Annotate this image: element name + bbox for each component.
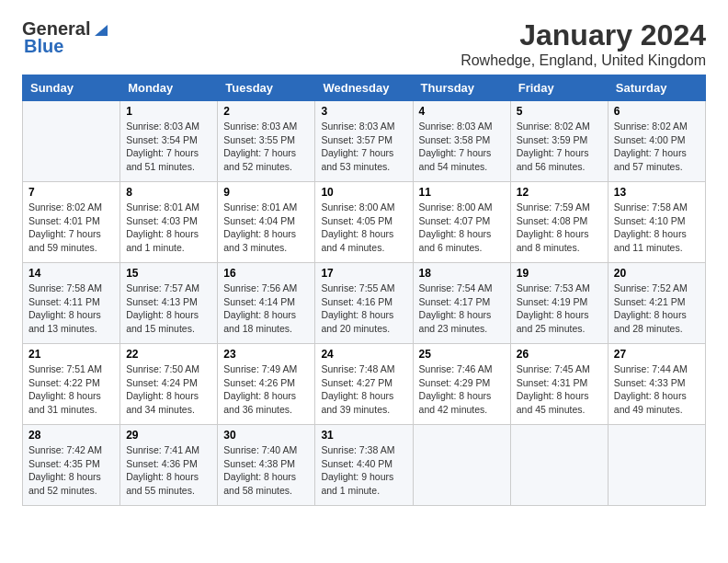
day-number: 24 xyxy=(321,348,406,361)
day-info: Sunrise: 7:42 AMSunset: 4:35 PMDaylight:… xyxy=(28,443,114,498)
col-saturday: Saturday xyxy=(608,75,705,101)
calendar-cell: 19Sunrise: 7:53 AMSunset: 4:19 PMDayligh… xyxy=(510,263,608,344)
calendar-week-5: 28Sunrise: 7:42 AMSunset: 4:35 PMDayligh… xyxy=(23,425,706,506)
calendar-cell: 3Sunrise: 8:03 AMSunset: 3:57 PMDaylight… xyxy=(315,101,413,182)
day-info: Sunrise: 7:58 AMSunset: 4:11 PMDaylight:… xyxy=(28,282,114,336)
day-info: Sunrise: 8:02 AMSunset: 4:01 PMDaylight:… xyxy=(28,201,114,255)
calendar-cell: 7Sunrise: 8:02 AMSunset: 4:01 PMDaylight… xyxy=(23,182,120,263)
day-number: 31 xyxy=(321,429,406,442)
calendar-cell: 23Sunrise: 7:49 AMSunset: 4:26 PMDayligh… xyxy=(218,344,315,425)
calendar-cell: 12Sunrise: 7:59 AMSunset: 4:08 PMDayligh… xyxy=(510,182,608,263)
calendar-cell: 25Sunrise: 7:46 AMSunset: 4:29 PMDayligh… xyxy=(413,344,510,425)
day-info: Sunrise: 7:51 AMSunset: 4:22 PMDaylight:… xyxy=(28,362,114,417)
calendar-cell: 14Sunrise: 7:58 AMSunset: 4:11 PMDayligh… xyxy=(23,263,120,344)
day-number: 27 xyxy=(614,348,700,361)
day-number: 8 xyxy=(126,186,211,199)
day-info: Sunrise: 7:40 AMSunset: 4:38 PMDaylight:… xyxy=(223,443,309,498)
day-number: 11 xyxy=(419,186,505,199)
day-info: Sunrise: 7:58 AMSunset: 4:10 PMDaylight:… xyxy=(614,201,700,255)
logo: General Blue xyxy=(22,18,108,57)
day-number: 13 xyxy=(614,186,700,199)
day-info: Sunrise: 7:49 AMSunset: 4:26 PMDaylight:… xyxy=(223,362,309,417)
day-info: Sunrise: 8:03 AMSunset: 3:55 PMDaylight:… xyxy=(223,120,309,174)
calendar-cell xyxy=(23,101,120,182)
calendar-cell: 17Sunrise: 7:55 AMSunset: 4:16 PMDayligh… xyxy=(315,263,413,344)
calendar-table: Sunday Monday Tuesday Wednesday Thursday… xyxy=(22,75,706,506)
calendar-cell xyxy=(608,425,705,506)
location: Rowhedge, England, United Kingdom xyxy=(461,52,706,69)
calendar-cell: 21Sunrise: 7:51 AMSunset: 4:22 PMDayligh… xyxy=(23,344,120,425)
title-block: January 2024 Rowhedge, England, United K… xyxy=(461,18,706,69)
calendar-cell: 24Sunrise: 7:48 AMSunset: 4:27 PMDayligh… xyxy=(315,344,413,425)
calendar-cell: 10Sunrise: 8:00 AMSunset: 4:05 PMDayligh… xyxy=(315,182,413,263)
calendar-cell: 28Sunrise: 7:42 AMSunset: 4:35 PMDayligh… xyxy=(23,425,120,506)
calendar-week-2: 7Sunrise: 8:02 AMSunset: 4:01 PMDaylight… xyxy=(23,182,706,263)
day-info: Sunrise: 7:56 AMSunset: 4:14 PMDaylight:… xyxy=(223,282,309,336)
col-friday: Friday xyxy=(510,75,608,101)
col-thursday: Thursday xyxy=(413,75,510,101)
calendar-cell xyxy=(413,425,510,506)
day-number: 4 xyxy=(419,105,505,118)
day-number: 16 xyxy=(223,267,309,280)
day-info: Sunrise: 8:01 AMSunset: 4:04 PMDaylight:… xyxy=(223,201,309,255)
col-wednesday: Wednesday xyxy=(315,75,413,101)
logo-triangle-icon xyxy=(91,21,108,38)
day-info: Sunrise: 8:01 AMSunset: 4:03 PMDaylight:… xyxy=(126,201,211,255)
day-number: 19 xyxy=(517,267,602,280)
day-number: 29 xyxy=(126,429,211,442)
calendar-week-3: 14Sunrise: 7:58 AMSunset: 4:11 PMDayligh… xyxy=(23,263,706,344)
calendar-body: 1Sunrise: 8:03 AMSunset: 3:54 PMDaylight… xyxy=(23,101,706,506)
header-row: Sunday Monday Tuesday Wednesday Thursday… xyxy=(23,75,706,101)
calendar-cell: 20Sunrise: 7:52 AMSunset: 4:21 PMDayligh… xyxy=(608,263,705,344)
calendar-cell: 11Sunrise: 8:00 AMSunset: 4:07 PMDayligh… xyxy=(413,182,510,263)
col-monday: Monday xyxy=(120,75,218,101)
calendar-cell: 18Sunrise: 7:54 AMSunset: 4:17 PMDayligh… xyxy=(413,263,510,344)
day-info: Sunrise: 7:54 AMSunset: 4:17 PMDaylight:… xyxy=(419,282,505,336)
calendar-cell: 30Sunrise: 7:40 AMSunset: 4:38 PMDayligh… xyxy=(218,425,315,506)
day-info: Sunrise: 7:46 AMSunset: 4:29 PMDaylight:… xyxy=(419,362,505,417)
svg-marker-0 xyxy=(95,25,108,36)
calendar-cell: 31Sunrise: 7:38 AMSunset: 4:40 PMDayligh… xyxy=(315,425,413,506)
day-info: Sunrise: 7:38 AMSunset: 4:40 PMDaylight:… xyxy=(321,443,406,498)
day-number: 22 xyxy=(126,348,211,361)
day-number: 10 xyxy=(321,186,406,199)
day-number: 14 xyxy=(28,267,114,280)
day-number: 20 xyxy=(614,267,700,280)
calendar-cell: 29Sunrise: 7:41 AMSunset: 4:36 PMDayligh… xyxy=(120,425,218,506)
day-info: Sunrise: 8:00 AMSunset: 4:07 PMDaylight:… xyxy=(419,201,505,255)
calendar-cell: 16Sunrise: 7:56 AMSunset: 4:14 PMDayligh… xyxy=(218,263,315,344)
day-info: Sunrise: 7:52 AMSunset: 4:21 PMDaylight:… xyxy=(614,282,700,336)
day-number: 1 xyxy=(126,105,211,118)
day-info: Sunrise: 7:44 AMSunset: 4:33 PMDaylight:… xyxy=(614,362,700,417)
calendar-cell: 27Sunrise: 7:44 AMSunset: 4:33 PMDayligh… xyxy=(608,344,705,425)
day-number: 7 xyxy=(28,186,114,199)
day-number: 30 xyxy=(223,429,309,442)
calendar-cell xyxy=(510,425,608,506)
calendar-header: Sunday Monday Tuesday Wednesday Thursday… xyxy=(23,75,706,101)
day-info: Sunrise: 7:55 AMSunset: 4:16 PMDaylight:… xyxy=(321,282,406,336)
day-info: Sunrise: 8:03 AMSunset: 3:54 PMDaylight:… xyxy=(126,120,211,174)
day-number: 25 xyxy=(419,348,505,361)
calendar-cell: 5Sunrise: 8:02 AMSunset: 3:59 PMDaylight… xyxy=(510,101,608,182)
day-info: Sunrise: 7:57 AMSunset: 4:13 PMDaylight:… xyxy=(126,282,211,336)
calendar-week-4: 21Sunrise: 7:51 AMSunset: 4:22 PMDayligh… xyxy=(23,344,706,425)
day-info: Sunrise: 8:02 AMSunset: 3:59 PMDaylight:… xyxy=(517,120,602,174)
day-number: 21 xyxy=(28,348,114,361)
calendar-cell: 22Sunrise: 7:50 AMSunset: 4:24 PMDayligh… xyxy=(120,344,218,425)
logo-blue: Blue xyxy=(24,36,63,57)
day-info: Sunrise: 7:41 AMSunset: 4:36 PMDaylight:… xyxy=(126,443,211,498)
day-info: Sunrise: 7:45 AMSunset: 4:31 PMDaylight:… xyxy=(517,362,602,417)
day-info: Sunrise: 8:03 AMSunset: 3:57 PMDaylight:… xyxy=(321,120,406,174)
calendar-cell: 15Sunrise: 7:57 AMSunset: 4:13 PMDayligh… xyxy=(120,263,218,344)
calendar-week-1: 1Sunrise: 8:03 AMSunset: 3:54 PMDaylight… xyxy=(23,101,706,182)
col-tuesday: Tuesday xyxy=(218,75,315,101)
day-number: 12 xyxy=(517,186,602,199)
day-number: 28 xyxy=(28,429,114,442)
calendar-cell: 26Sunrise: 7:45 AMSunset: 4:31 PMDayligh… xyxy=(510,344,608,425)
day-number: 17 xyxy=(321,267,406,280)
day-info: Sunrise: 8:00 AMSunset: 4:05 PMDaylight:… xyxy=(321,201,406,255)
day-info: Sunrise: 7:59 AMSunset: 4:08 PMDaylight:… xyxy=(517,201,602,255)
day-number: 18 xyxy=(419,267,505,280)
day-info: Sunrise: 7:50 AMSunset: 4:24 PMDaylight:… xyxy=(126,362,211,417)
day-number: 5 xyxy=(517,105,602,118)
